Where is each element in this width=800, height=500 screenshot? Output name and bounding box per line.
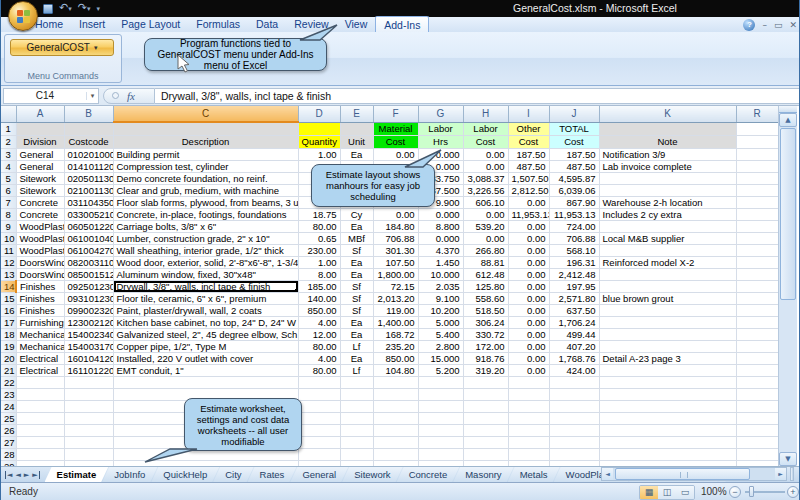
cell[interactable] <box>340 388 373 400</box>
cell[interactable] <box>736 424 778 436</box>
column-header-K[interactable]: K <box>599 106 736 122</box>
cell[interactable]: 80.00 <box>298 364 340 376</box>
cell[interactable]: 1,400.00 <box>373 316 418 328</box>
cell[interactable]: Sitework <box>16 172 64 184</box>
row-header[interactable]: 23 <box>1 388 16 400</box>
cell[interactable] <box>736 232 778 244</box>
cell[interactable]: 061004270 <box>64 244 113 256</box>
row-header[interactable]: 12 <box>1 256 16 268</box>
cell[interactable] <box>16 424 64 436</box>
cell[interactable] <box>599 388 736 400</box>
cell[interactable]: Concrete, in-place, footings, foundation… <box>113 208 298 220</box>
row-header[interactable]: 20 <box>1 352 16 364</box>
row-header[interactable]: 27 <box>1 436 16 448</box>
cell[interactable]: 487.50 <box>508 160 549 172</box>
column-header-A[interactable]: A <box>16 106 64 122</box>
cell[interactable]: 0.00 <box>508 340 549 352</box>
cell[interactable]: Ea <box>340 352 373 364</box>
tab-data[interactable]: Data <box>248 17 286 32</box>
column-header-I[interactable]: I <box>508 106 549 122</box>
office-button[interactable] <box>8 1 38 31</box>
cell[interactable]: 5.200 <box>418 364 463 376</box>
row-header[interactable]: 6 <box>1 184 16 196</box>
header-cell[interactable]: Unit <box>340 135 373 148</box>
cell[interactable]: 8.800 <box>418 220 463 232</box>
scroll-up-icon[interactable]: ▲ <box>779 113 797 127</box>
cell[interactable]: 196.31 <box>549 256 599 268</box>
cell[interactable]: Electrical <box>16 364 64 376</box>
cell[interactable]: 123002120 <box>64 316 113 328</box>
cell[interactable]: 5.400 <box>418 328 463 340</box>
cell[interactable]: Sf <box>340 280 373 292</box>
cell[interactable]: 0.00 <box>508 268 549 280</box>
cell[interactable]: 010201000 <box>64 148 113 160</box>
cell[interactable] <box>549 400 599 412</box>
cell[interactable]: 085001512 <box>64 268 113 280</box>
page-layout-view-icon[interactable]: ◫ <box>658 486 676 499</box>
cell[interactable]: 9.100 <box>418 292 463 304</box>
cell[interactable]: 558.60 <box>463 292 508 304</box>
cell[interactable] <box>16 412 64 424</box>
sheet-tab-metals[interactable]: Metals <box>508 467 560 482</box>
cell[interactable]: Wall sheathing, interior grade, 1/2" thi… <box>113 244 298 256</box>
cell[interactable]: 1.00 <box>298 148 340 160</box>
cell[interactable] <box>340 376 373 388</box>
cell[interactable]: Mechanical <box>16 328 64 340</box>
cell[interactable] <box>599 268 736 280</box>
cell[interactable]: 031104350 <box>64 196 113 208</box>
cell[interactable]: Ea <box>340 256 373 268</box>
cell[interactable]: 0.00 <box>463 148 508 160</box>
cell[interactable] <box>599 280 736 292</box>
cell[interactable] <box>736 448 778 460</box>
cell[interactable] <box>16 376 64 388</box>
cell[interactable]: Ea <box>340 316 373 328</box>
cell[interactable]: Finishes <box>16 292 64 304</box>
cell[interactable]: 80.00 <box>298 220 340 232</box>
cell[interactable]: Galvanized steel, 2", 45 degree elbow, S… <box>113 328 298 340</box>
cell[interactable]: EMT conduit, 1" <box>113 364 298 376</box>
cell[interactable] <box>64 436 113 448</box>
row-header[interactable]: 3 <box>1 148 16 160</box>
row-header[interactable]: 5 <box>1 172 16 184</box>
cell[interactable]: Ea <box>340 220 373 232</box>
cell[interactable] <box>16 400 64 412</box>
row-header[interactable]: 25 <box>1 412 16 424</box>
qat-customize-icon[interactable]: ▾ <box>96 5 100 13</box>
sheet-tab-sitework[interactable]: Sitework <box>342 467 402 482</box>
cell[interactable]: WoodPlastics <box>16 220 64 232</box>
column-header-R[interactable]: R <box>736 106 778 122</box>
header-cell[interactable]: Division <box>16 135 64 148</box>
cell[interactable] <box>16 448 64 460</box>
cell[interactable] <box>463 448 508 460</box>
header-cell[interactable] <box>736 122 778 135</box>
tab-insert[interactable]: Insert <box>71 17 113 32</box>
cell[interactable] <box>373 448 418 460</box>
header-cell[interactable] <box>16 122 64 135</box>
header-cell[interactable] <box>113 122 298 135</box>
cell[interactable] <box>599 304 736 316</box>
cell[interactable] <box>340 400 373 412</box>
cell[interactable] <box>16 388 64 400</box>
cell[interactable] <box>64 448 113 460</box>
cell[interactable]: Copper pipe, 1/2", Type M <box>113 340 298 352</box>
cell[interactable]: Sf <box>340 244 373 256</box>
cell[interactable] <box>373 388 418 400</box>
cell[interactable]: Wood door, exterior, solid, 2'-8"x6'-8",… <box>113 256 298 268</box>
cell[interactable]: 1.00 <box>298 256 340 268</box>
cell[interactable]: 6,039.06 <box>549 184 599 196</box>
row-header[interactable]: 11 <box>1 244 16 256</box>
cell[interactable]: 0.000 <box>418 232 463 244</box>
cell[interactable]: blue brown grout <box>599 292 736 304</box>
cell[interactable]: 1,800.00 <box>373 268 418 280</box>
cell[interactable]: 033005210 <box>64 208 113 220</box>
tab-formulas[interactable]: Formulas <box>188 17 248 32</box>
scroll-right-icon[interactable]: ► <box>775 468 786 480</box>
cell[interactable] <box>599 244 736 256</box>
row-header[interactable]: 26 <box>1 424 16 436</box>
cell[interactable]: Furnishings <box>16 316 64 328</box>
cell[interactable]: Floor slab forms, plywood, from beams, 3… <box>113 196 298 208</box>
row-header[interactable]: 17 <box>1 316 16 328</box>
first-sheet-icon[interactable]: ◄ <box>5 471 12 479</box>
cell[interactable]: Compression test, cylinder <box>113 160 298 172</box>
cell[interactable]: 80.00 <box>298 340 340 352</box>
